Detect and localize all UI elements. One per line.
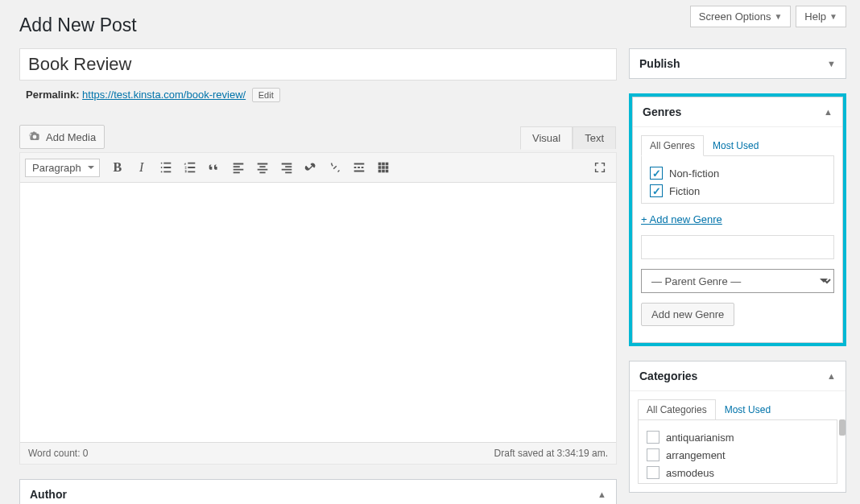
- genres-metabox: Genres ▲ All Genres Most Used Non-fictio…: [632, 97, 843, 343]
- svg-rect-2: [385, 163, 388, 166]
- tab-all-categories[interactable]: All Categories: [638, 399, 716, 420]
- chevron-down-icon: ▼: [774, 12, 782, 21]
- categories-metabox: Categories ▲ All Categories Most Used an…: [629, 361, 846, 493]
- checkbox-icon[interactable]: [647, 466, 659, 479]
- page-title: Add New Post: [19, 14, 137, 36]
- insert-more-button[interactable]: [348, 156, 370, 179]
- tab-visual[interactable]: Visual: [520, 126, 573, 150]
- post-title-input[interactable]: [19, 48, 617, 81]
- chevron-down-icon: ▼: [827, 59, 836, 68]
- add-new-genre-link[interactable]: + Add new Genre: [633, 212, 842, 235]
- permalink-row: Permalink: https://test.kinsta.com/book-…: [19, 81, 617, 102]
- chevron-up-icon: ▲: [597, 490, 606, 499]
- tab-most-used-genres[interactable]: Most Used: [704, 135, 767, 156]
- paragraph-select[interactable]: Paragraph: [25, 159, 100, 177]
- chevron-up-icon: ▲: [824, 107, 833, 117]
- categories-box-toggle[interactable]: Categories ▲: [630, 361, 846, 391]
- help-button[interactable]: Help ▼: [796, 6, 846, 27]
- tab-all-genres[interactable]: All Genres: [641, 135, 704, 156]
- add-genre-button[interactable]: Add new Genre: [641, 303, 734, 326]
- bullet-list-button[interactable]: [155, 156, 177, 179]
- numbered-list-button[interactable]: [179, 156, 201, 179]
- author-metabox: Author ▲: [19, 479, 617, 504]
- tab-text[interactable]: Text: [573, 126, 616, 149]
- italic-button[interactable]: I: [130, 156, 153, 179]
- checkbox-checked-icon[interactable]: [650, 184, 663, 197]
- fullscreen-button[interactable]: [589, 156, 611, 179]
- svg-rect-6: [378, 170, 381, 173]
- permalink-link[interactable]: https://test.kinsta.com/book-review/: [82, 89, 246, 101]
- genres-box-toggle[interactable]: Genres ▲: [633, 97, 842, 127]
- screen-options-button[interactable]: Screen Options ▼: [690, 6, 792, 27]
- new-genre-input[interactable]: [641, 235, 834, 259]
- permalink-edit-button[interactable]: Edit: [252, 88, 280, 102]
- category-item[interactable]: antiquarianism: [647, 428, 829, 446]
- toolbar-toggle-button[interactable]: [372, 156, 395, 179]
- author-box-toggle[interactable]: Author ▲: [20, 480, 616, 504]
- editor-toolbar: Paragraph B I: [20, 153, 616, 183]
- link-button[interactable]: [300, 156, 322, 179]
- genres-highlight: Genres ▲ All Genres Most Used Non-fictio…: [629, 93, 846, 346]
- publish-metabox: Publish ▼: [629, 48, 846, 79]
- checkbox-icon[interactable]: [647, 431, 659, 444]
- publish-box-toggle[interactable]: Publish ▼: [630, 49, 846, 78]
- blockquote-button[interactable]: [203, 156, 225, 179]
- word-count: Word count: 0: [28, 448, 88, 459]
- camera-icon: [28, 130, 41, 143]
- category-item[interactable]: arrangement: [647, 446, 829, 464]
- genre-item[interactable]: Fiction: [650, 182, 825, 200]
- editor: Visual Text Paragraph B I Word count: 0 …: [19, 152, 617, 465]
- svg-rect-7: [382, 170, 385, 173]
- align-right-button[interactable]: [275, 156, 298, 179]
- svg-rect-4: [382, 166, 385, 169]
- genres-checklist: Non-fiction Fiction: [641, 155, 834, 204]
- align-left-button[interactable]: [227, 156, 250, 179]
- editor-content-area[interactable]: [20, 183, 616, 442]
- checkbox-icon[interactable]: [647, 448, 659, 461]
- tab-most-used-categories[interactable]: Most Used: [716, 399, 779, 420]
- align-center-button[interactable]: [251, 156, 274, 179]
- svg-rect-0: [378, 163, 381, 166]
- svg-rect-1: [382, 163, 385, 166]
- draft-saved-label: Draft saved at 3:34:19 am.: [494, 448, 608, 459]
- categories-checklist[interactable]: antiquarianism arrangement asmodeus: [638, 419, 837, 484]
- chevron-up-icon: ▲: [827, 371, 836, 381]
- svg-rect-3: [378, 166, 381, 169]
- svg-rect-8: [385, 170, 388, 173]
- svg-rect-5: [385, 166, 388, 169]
- category-item[interactable]: asmodeus: [647, 464, 829, 481]
- chevron-down-icon: ▼: [829, 12, 837, 21]
- add-media-button[interactable]: Add Media: [19, 125, 105, 149]
- genre-item[interactable]: Non-fiction: [650, 164, 825, 182]
- checkbox-checked-icon[interactable]: [650, 167, 663, 180]
- bold-button[interactable]: B: [106, 156, 129, 179]
- parent-genre-select[interactable]: — Parent Genre —: [641, 269, 834, 293]
- unlink-button[interactable]: [324, 156, 346, 179]
